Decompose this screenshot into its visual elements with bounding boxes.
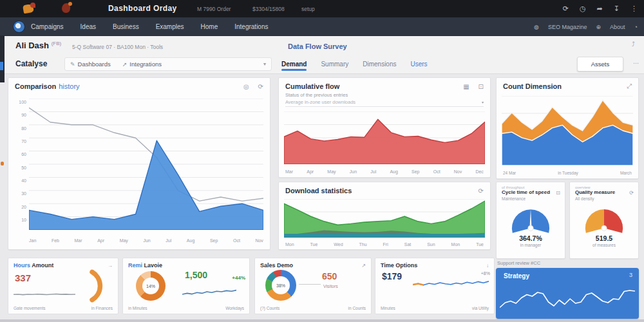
- x-tick: Fri: [383, 242, 388, 247]
- nav-item[interactable]: Campaigns: [31, 23, 64, 30]
- chevron-down-icon[interactable]: ▾: [482, 100, 484, 104]
- panel-header: Cumulative flow ▦ ⊡: [279, 78, 490, 92]
- panel-download-statistics: Download statistics ⟳ MonTueWedThuFriSat…: [278, 182, 491, 250]
- tab-dimensions[interactable]: Dimensions: [363, 61, 396, 69]
- kpi-value: 337: [15, 272, 31, 283]
- y-tick: 30: [21, 191, 26, 196]
- strategy-card: Strategy 3: [496, 268, 639, 319]
- frame-icon[interactable]: ⊡: [556, 190, 560, 196]
- rail-orange-marker[interactable]: [1, 162, 4, 166]
- x-tick: Jul: [370, 169, 376, 174]
- nav-item[interactable]: Business: [113, 23, 139, 30]
- kpi-card-sales: Sales Demo ↗ 38% 650 Visitors (?) Counts…: [254, 258, 372, 314]
- share-icon[interactable]: ➦: [597, 5, 603, 13]
- clock-icon[interactable]: ◷: [580, 5, 586, 13]
- share-icon[interactable]: ⤴: [632, 41, 635, 48]
- help-icon[interactable]: ◍: [534, 24, 539, 30]
- eye-icon[interactable]: ◎: [243, 83, 249, 90]
- refresh-icon[interactable]: ⟳: [629, 190, 634, 196]
- y-tick: 100: [19, 100, 26, 104]
- nav-item[interactable]: Home: [201, 23, 218, 30]
- edit-icon: ✎: [70, 61, 75, 68]
- expand-icon[interactable]: ⤢: [627, 82, 632, 90]
- x-tick: Jun: [143, 238, 150, 243]
- nav-item[interactable]: Examples: [156, 23, 184, 30]
- gauge-subtitle: Maintenance: [497, 196, 565, 201]
- x-tick: Jul: [166, 238, 171, 243]
- tab-summary[interactable]: Summary: [321, 61, 348, 69]
- kpi-card-time: Time Options ↓ $179 +8% Minutesvia Utili…: [375, 258, 495, 314]
- nav-item[interactable]: Integrations: [234, 23, 268, 30]
- arrow-down-icon[interactable]: ↓: [486, 263, 489, 269]
- card-title: Strategy: [504, 272, 529, 279]
- frame-icon[interactable]: ⊡: [478, 83, 484, 90]
- x-tick: Mar: [285, 169, 293, 174]
- view-switcher: ✎ Dashboards ➚ Integrations ▾: [64, 57, 272, 71]
- donut-chart: 14%: [136, 271, 166, 301]
- refresh-icon[interactable]: ⟳: [478, 187, 484, 194]
- assets-button[interactable]: Assets: [577, 57, 623, 71]
- breadcrumb[interactable]: 5-Q Software 07 · BA100 Mon · Tools: [72, 44, 163, 50]
- grid-icon[interactable]: ▦: [463, 83, 469, 90]
- globe-icon[interactable]: ⊕: [596, 24, 601, 30]
- x-tick: in Tuesday: [558, 171, 578, 175]
- dimension-chart: [502, 96, 633, 166]
- kpi-footer: in MinutesWorkdays: [128, 306, 244, 310]
- chevron-down-icon[interactable]: ▾: [263, 61, 266, 67]
- x-tick: Sep: [210, 238, 218, 243]
- x-tick: Jan: [29, 238, 36, 243]
- tab-users[interactable]: Users: [411, 61, 428, 69]
- app-title: Dashboard Orday: [108, 4, 177, 13]
- sparkline: [413, 275, 489, 292]
- gauge-title: Quality measure: [570, 189, 638, 196]
- trend-badge: +44%: [232, 275, 245, 281]
- magazine-link[interactable]: SEO Magazine: [548, 24, 587, 30]
- kpi-value: $179: [382, 271, 402, 281]
- panel-header: Count Dimension ⤢: [497, 78, 638, 92]
- panel-actions: ▦ ⊡: [463, 83, 484, 90]
- rail-active-marker[interactable]: [0, 62, 3, 70]
- panel-actions: ⤢: [627, 82, 632, 90]
- history-link[interactable]: history: [59, 82, 79, 90]
- logo-shape: [68, 2, 72, 6]
- kpi-title: Remi Lavoie: [128, 262, 162, 269]
- refresh-icon[interactable]: ⟳: [563, 5, 569, 13]
- y-tick: 80: [21, 126, 26, 131]
- topbar-meta-3[interactable]: setup: [301, 6, 315, 12]
- x-tick: Thu: [359, 242, 367, 247]
- x-tick: Apr: [97, 238, 104, 243]
- y-tick: 10: [21, 218, 26, 222]
- panel-actions: ⟳: [478, 187, 484, 194]
- refresh-icon[interactable]: ⟳: [258, 83, 263, 90]
- y-tick: 20: [21, 205, 26, 209]
- about-link[interactable]: About: [610, 24, 625, 30]
- top-bar: Dashboard Orday M 7990 Order $3304/15808…: [0, 0, 644, 17]
- tab-dashboards[interactable]: ✎ Dashboards: [70, 61, 111, 68]
- support-label[interactable]: Support review #CC: [497, 260, 540, 266]
- panel-header: Download statistics ⟳: [279, 182, 490, 196]
- x-tick: Mon: [451, 242, 460, 247]
- tab-demand[interactable]: Demand: [281, 61, 307, 69]
- left-rail: [0, 36, 5, 82]
- gauge-chart: [505, 202, 556, 234]
- trend-badge: +8%: [481, 271, 490, 276]
- x-axis: JanFebMarAprMayJunJulAugSepOctNov: [29, 238, 263, 243]
- avatar[interactable]: ◔: [634, 24, 638, 30]
- org-logo[interactable]: [13, 21, 25, 33]
- nav-item[interactable]: Ideas: [80, 23, 96, 30]
- arrow-right-icon[interactable]: →: [108, 263, 113, 269]
- dots-icon[interactable]: ⋯: [633, 60, 639, 66]
- gauge-overline: of throughput: [497, 182, 565, 189]
- app-logo[interactable]: [23, 2, 94, 15]
- more-icon[interactable]: ⋮: [630, 5, 638, 13]
- gauge-subtitle: All density: [570, 196, 638, 201]
- topbar-meta-2: $3304/15808: [252, 6, 285, 12]
- dashboard-root: Dashboard Orday M 7990 Order $3304/15808…: [0, 0, 644, 322]
- x-tick: Apr: [307, 169, 314, 174]
- kpi-footer: Gate movementsin Finances: [14, 306, 113, 310]
- logo-shape: [30, 3, 35, 8]
- export-icon[interactable]: ↗: [361, 263, 366, 269]
- tab-integrations[interactable]: ➚ Integrations: [122, 61, 162, 68]
- donut-center-label: 38%: [265, 270, 296, 301]
- download-icon[interactable]: ↧: [614, 5, 620, 13]
